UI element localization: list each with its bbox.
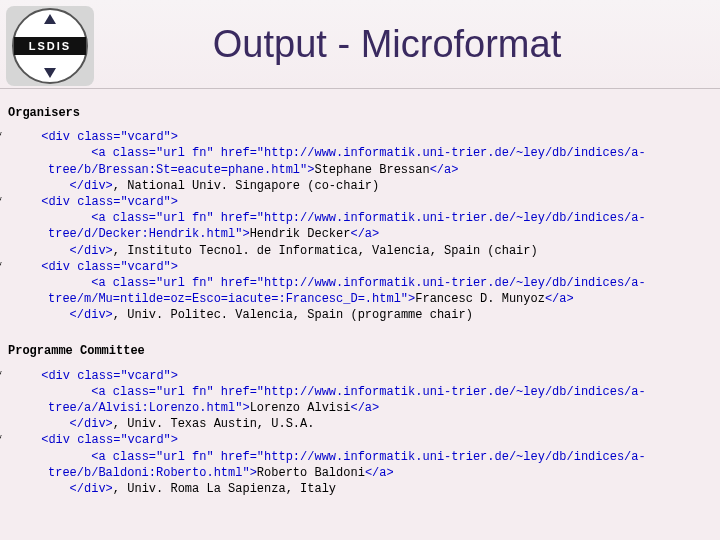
- slide-title: Output - Microformat: [94, 23, 720, 66]
- vcard-open-tag: <div class="vcard">: [41, 130, 178, 144]
- list-item: * <div class="vcard"> <a class="url fn" …: [8, 129, 706, 194]
- anchor-close-tag: </a>: [365, 466, 394, 480]
- vcard-close-tag: </div>: [70, 308, 113, 322]
- vcard-close-tag: </div>: [70, 244, 113, 258]
- logo-circle: LSDIS: [12, 8, 88, 84]
- lsdis-logo: LSDIS: [6, 6, 94, 86]
- bullet: *: [22, 259, 34, 275]
- person-name: Francesc D. Munyoz: [415, 292, 545, 306]
- vcard-close-tag: </div>: [70, 482, 113, 496]
- section-heading: Organisers: [8, 105, 706, 121]
- list-item: * <div class="vcard"> <a class="url fn" …: [8, 259, 706, 324]
- list-item: * <div class="vcard"> <a class="url fn" …: [8, 432, 706, 497]
- arrow-up-icon: [44, 14, 56, 24]
- vcard-close-tag: </div>: [70, 179, 113, 193]
- affiliation-text: , Instituto Tecnol. de Informatica, Vale…: [113, 244, 538, 258]
- spacer: [8, 323, 706, 337]
- anchor-close-tag: </a>: [350, 401, 379, 415]
- logo-text: LSDIS: [14, 37, 86, 55]
- section-heading: Programme Committee: [8, 343, 706, 359]
- list-item: * <div class="vcard"> <a class="url fn" …: [8, 368, 706, 433]
- header-bar: LSDIS Output - Microformat: [0, 0, 720, 89]
- affiliation-text: , Univ. Texas Austin, U.S.A.: [113, 417, 315, 431]
- affiliation-text: , National Univ. Singapore (co-chair): [113, 179, 379, 193]
- bullet: *: [22, 129, 34, 145]
- person-name: Stephane Bressan: [314, 163, 429, 177]
- vcard-open-tag: <div class="vcard">: [41, 195, 178, 209]
- slide: LSDIS Output - Microformat Organisers* <…: [0, 0, 720, 540]
- vcard-open-tag: <div class="vcard">: [41, 369, 178, 383]
- vcard-close-tag: </div>: [70, 417, 113, 431]
- slide-content: Organisers* <div class="vcard"> <a class…: [0, 89, 720, 497]
- anchor-close-tag: </a>: [430, 163, 459, 177]
- anchor-close-tag: </a>: [545, 292, 574, 306]
- arrow-down-icon: [44, 68, 56, 78]
- anchor-close-tag: </a>: [350, 227, 379, 241]
- affiliation-text: , Univ. Politec. Valencia, Spain (progra…: [113, 308, 473, 322]
- affiliation-text: , Univ. Roma La Sapienza, Italy: [113, 482, 336, 496]
- bullet: *: [22, 368, 34, 384]
- bullet: *: [22, 194, 34, 210]
- person-name: Lorenzo Alvisi: [250, 401, 351, 415]
- person-name: Hendrik Decker: [250, 227, 351, 241]
- person-name: Roberto Baldoni: [257, 466, 365, 480]
- vcard-open-tag: <div class="vcard">: [41, 433, 178, 447]
- list-item: * <div class="vcard"> <a class="url fn" …: [8, 194, 706, 259]
- vcard-open-tag: <div class="vcard">: [41, 260, 178, 274]
- bullet: *: [22, 432, 34, 448]
